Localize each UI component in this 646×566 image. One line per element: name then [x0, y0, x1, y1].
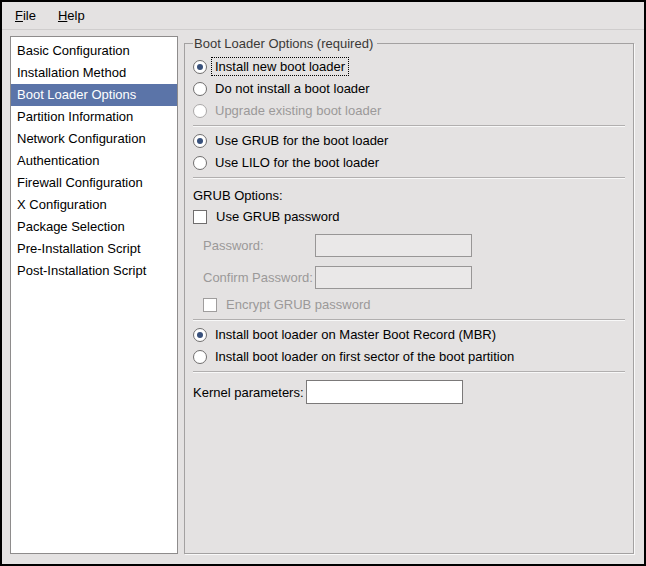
sidebar-item-partition-information[interactable]: Partition Information — [11, 106, 177, 128]
checkbox-icon — [193, 210, 207, 224]
radio-button-icon — [193, 104, 207, 118]
radio-label: Install boot loader on Master Boot Recor… — [212, 326, 499, 343]
password-label: Password: — [203, 238, 315, 253]
confirm-password-label: Confirm Password: — [203, 270, 315, 285]
radio-button-icon — [193, 350, 207, 364]
frame-title: Boot Loader Options (required) — [193, 36, 377, 51]
menu-file[interactable]: File — [4, 4, 47, 27]
radio-label: Do not install a boot loader — [212, 80, 373, 97]
kernel-parameters-label: Kernel parameters: — [193, 385, 306, 400]
separator — [193, 319, 625, 321]
sidebar-item-network-configuration[interactable]: Network Configuration — [11, 128, 177, 150]
radio-install-new-boot-loader[interactable]: Install new boot loader — [193, 58, 625, 75]
confirm-password-field-row: Confirm Password: — [203, 265, 625, 289]
kernel-parameters-row: Kernel parameters: — [193, 380, 625, 404]
radio-button-icon — [193, 328, 207, 342]
kernel-parameters-input[interactable] — [306, 380, 463, 404]
password-field-row: Password: — [203, 233, 625, 257]
section-list: Basic Configuration Installation Method … — [10, 36, 178, 554]
sidebar-item-boot-loader-options[interactable]: Boot Loader Options — [11, 84, 177, 106]
checkbox-label: Encrypt GRUB password — [223, 296, 374, 313]
radio-install-on-first-sector[interactable]: Install boot loader on first sector of t… — [193, 348, 625, 365]
checkbox-use-grub-password[interactable]: Use GRUB password — [193, 208, 625, 225]
checkbox-encrypt-grub-password: Encrypt GRUB password — [203, 296, 625, 313]
grub-options-heading: GRUB Options: — [193, 188, 625, 203]
main-content: Basic Configuration Installation Method … — [2, 30, 644, 564]
sidebar-item-x-configuration[interactable]: X Configuration — [11, 194, 177, 216]
radio-label: Upgrade existing boot loader — [212, 102, 384, 119]
radio-label: Install boot loader on first sector of t… — [212, 348, 517, 365]
radio-button-icon — [193, 82, 207, 96]
boot-loader-options-frame: Boot Loader Options (required) Install n… — [184, 36, 634, 554]
kickstart-configurator-window: File Help Basic Configuration Installati… — [0, 0, 646, 566]
checkbox-icon — [203, 298, 217, 312]
password-input — [315, 234, 472, 257]
confirm-password-input — [315, 266, 472, 289]
radio-install-on-mbr[interactable]: Install boot loader on Master Boot Recor… — [193, 326, 625, 343]
radio-button-icon — [193, 60, 207, 74]
checkbox-label: Use GRUB password — [213, 208, 343, 225]
menu-help[interactable]: Help — [47, 4, 96, 27]
sidebar-item-firewall-configuration[interactable]: Firewall Configuration — [11, 172, 177, 194]
radio-upgrade-existing-boot-loader: Upgrade existing boot loader — [193, 102, 625, 119]
sidebar-item-post-installation-script[interactable]: Post-Installation Script — [11, 260, 177, 282]
sidebar-item-package-selection[interactable]: Package Selection — [11, 216, 177, 238]
separator — [193, 125, 625, 127]
separator — [193, 177, 625, 179]
radio-use-lilo[interactable]: Use LILO for the boot loader — [193, 154, 625, 171]
sidebar-item-installation-method[interactable]: Installation Method — [11, 62, 177, 84]
radio-button-icon — [193, 156, 207, 170]
radio-do-not-install-boot-loader[interactable]: Do not install a boot loader — [193, 80, 625, 97]
sidebar-item-authentication[interactable]: Authentication — [11, 150, 177, 172]
radio-label: Use GRUB for the boot loader — [212, 132, 391, 149]
radio-use-grub[interactable]: Use GRUB for the boot loader — [193, 132, 625, 149]
sidebar-item-basic-configuration[interactable]: Basic Configuration — [11, 40, 177, 62]
menubar: File Help — [2, 2, 644, 30]
sidebar-item-pre-installation-script[interactable]: Pre-Installation Script — [11, 238, 177, 260]
separator — [193, 371, 625, 373]
radio-label: Use LILO for the boot loader — [212, 154, 382, 171]
radio-label: Install new boot loader — [212, 58, 348, 75]
radio-button-icon — [193, 134, 207, 148]
